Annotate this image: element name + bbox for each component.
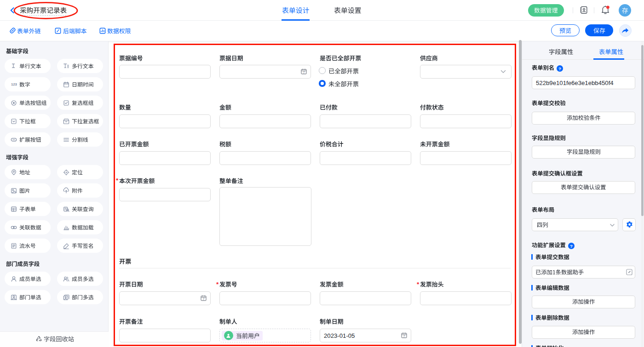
svg-text:7: 7: [202, 297, 204, 301]
svg-text:?: ?: [558, 66, 561, 71]
svg-text:?: ?: [570, 244, 573, 249]
svg-text:7: 7: [403, 335, 405, 338]
svg-text:123: 123: [11, 82, 17, 86]
svg-text:7: 7: [303, 71, 305, 74]
